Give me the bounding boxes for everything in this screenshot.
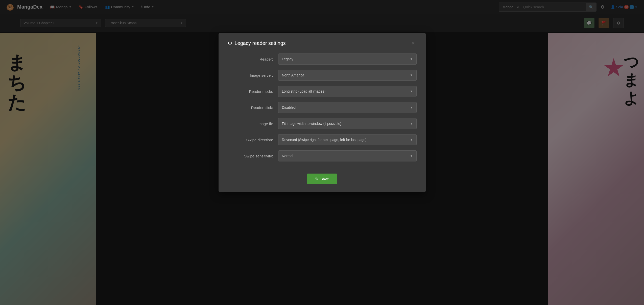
form-row-1: Image server:North AmericaEuropeRest of … [228,70,417,81]
form-select-0[interactable]: LegacyWebtoonDouble page [278,53,417,65]
form-select-3[interactable]: DisabledEnabled [278,102,417,113]
form-label-1: Image server: [228,73,278,77]
form-row-3: Reader click:DisabledEnabled▼ [228,102,417,113]
modal-close-button[interactable]: × [410,40,417,46]
form-select-wrapper-3: DisabledEnabled▼ [278,102,417,113]
form-label-3: Reader click: [228,105,278,110]
form-rows-container: Reader:LegacyWebtoonDouble page▼Image se… [228,53,417,161]
modal-title-gear-icon: ⚙ [228,40,232,46]
page-wrapper: Presented by MACHITA まちた つまよ [0,0,644,305]
form-select-wrapper-6: NormalLowHigh▼ [278,150,417,161]
form-select-5[interactable]: Reversed (Swipe right for next page, lef… [278,134,417,145]
form-select-wrapper-2: Long strip (Load all images)Single pageD… [278,86,417,97]
form-select-1[interactable]: North AmericaEuropeRest of the World [278,70,417,81]
modal-header: ⚙ Legacy reader settings × [228,40,417,46]
form-label-6: Swipe sensitivity: [228,154,278,158]
form-label-0: Reader: [228,57,278,61]
form-select-wrapper-1: North AmericaEuropeRest of the World▼ [278,70,417,81]
form-select-6[interactable]: NormalLowHigh [278,150,417,161]
modal-title-text: Legacy reader settings [235,40,286,46]
form-select-wrapper-4: Fit image width to window (if possible)F… [278,118,417,129]
form-row-2: Reader mode:Long strip (Load all images)… [228,86,417,97]
settings-modal: ⚙ Legacy reader settings × Reader:Legacy… [219,33,426,192]
save-pencil-icon: ✎ [315,177,318,181]
modal-title: ⚙ Legacy reader settings [228,40,286,46]
form-row-5: Swipe direction:Reversed (Swipe right fo… [228,134,417,145]
save-label: Save [320,177,329,181]
form-label-4: Image fit: [228,122,278,126]
form-row-4: Image fit:Fit image width to window (if … [228,118,417,129]
modal-footer: ✎ Save [228,167,417,184]
modal-overlay: ⚙ Legacy reader settings × Reader:Legacy… [0,0,644,305]
form-select-wrapper-5: Reversed (Swipe right for next page, lef… [278,134,417,145]
form-label-2: Reader mode: [228,89,278,94]
form-select-wrapper-0: LegacyWebtoonDouble page▼ [278,53,417,65]
form-label-5: Swipe direction: [228,138,278,142]
form-row-0: Reader:LegacyWebtoonDouble page▼ [228,53,417,65]
form-select-4[interactable]: Fit image width to window (if possible)F… [278,118,417,129]
form-select-2[interactable]: Long strip (Load all images)Single pageD… [278,86,417,97]
save-button[interactable]: ✎ Save [307,174,337,184]
form-row-6: Swipe sensitivity:NormalLowHigh▼ [228,150,417,161]
